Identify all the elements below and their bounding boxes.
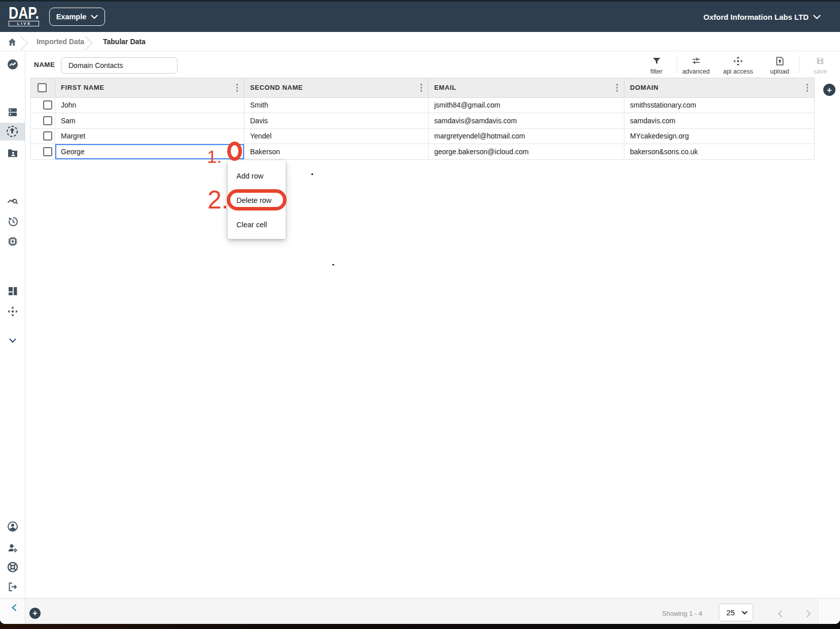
column-menu-icon[interactable] (615, 83, 619, 93)
column-header-domain[interactable]: DOMAIN (624, 78, 815, 98)
previous-page-icon[interactable] (777, 610, 783, 618)
save-label: save (814, 68, 827, 75)
upload-file-icon (775, 56, 785, 66)
data-table: FIRST NAME SECOND NAME EMAIL DOMAIN John… (30, 78, 815, 160)
name-label: NAME (34, 51, 55, 78)
cell-first-name[interactable]: John (55, 97, 244, 113)
select-all-checkbox[interactable] (38, 83, 47, 92)
folder-user-icon[interactable] (7, 147, 19, 159)
home-icon[interactable] (7, 37, 18, 48)
cell-email[interactable]: jsmith84@gmail.com (429, 97, 624, 113)
save-icon (815, 56, 825, 66)
chevron-down-icon (91, 15, 98, 19)
cell-email[interactable]: samdavis@samdavis.com (429, 113, 624, 129)
cell-domain[interactable]: samdavis.com (624, 113, 815, 129)
app-window: DAP. LIVE Example Oxford Information Lab… (0, 0, 840, 624)
advanced-sliders-icon (691, 56, 702, 66)
breadcrumb: Imported Data Tabular Data (0, 32, 840, 51)
chevron-down-icon[interactable] (7, 334, 19, 346)
cell-domain[interactable]: bakerson&sons.co.uk (624, 144, 815, 160)
advanced-label: advanced (682, 68, 710, 75)
upload-data-icon[interactable] (6, 125, 19, 138)
table-name-input[interactable] (61, 57, 178, 74)
column-header-second-name[interactable]: SECOND NAME (244, 78, 429, 98)
page-size-value: 25 (726, 608, 735, 617)
cell-second-name[interactable]: Smith (244, 97, 429, 113)
cell-second-name[interactable]: Yendel (244, 128, 429, 144)
api-access-label: api access (723, 68, 753, 75)
context-menu-add-row[interactable]: Add row (228, 164, 286, 188)
filter-button[interactable]: filter (637, 56, 676, 75)
cell-email[interactable]: margretyendel@hotmail.com (429, 128, 624, 144)
breadcrumb-imported-data[interactable]: Imported Data (37, 32, 84, 51)
save-button[interactable]: save (801, 56, 839, 75)
footer-sidebar-cell (0, 599, 25, 624)
table-row: George Bakerson george.bakerson@icloud.c… (31, 144, 815, 160)
row-checkbox[interactable] (43, 147, 52, 156)
chevron-down-icon (813, 15, 821, 19)
context-menu-clear-cell[interactable]: Clear cell (228, 213, 286, 237)
pagination-summary: Showing 1 - 4 (662, 610, 703, 617)
filter-icon (651, 56, 662, 66)
support-icon[interactable] (7, 561, 19, 573)
top-bar: DAP. LIVE Example Oxford Information Lab… (0, 0, 840, 32)
cell-domain[interactable]: smithsstationary.com (624, 97, 815, 113)
row-checkbox-cell (31, 128, 55, 144)
upload-button[interactable]: upload (760, 56, 799, 75)
workspace-dropdown-button[interactable]: Example (49, 8, 105, 26)
analytics-icon[interactable] (7, 58, 19, 71)
collapse-sidebar-icon[interactable] (11, 604, 17, 611)
table-row: John Smith jsmith84@gmail.com smithsstat… (31, 97, 815, 113)
footer-right-cell (818, 599, 840, 624)
stray-dot (311, 173, 313, 175)
column-menu-icon[interactable] (235, 83, 239, 93)
column-header-first-name[interactable]: FIRST NAME (55, 78, 244, 98)
memory-icon[interactable] (7, 235, 19, 248)
dns-icon[interactable] (7, 106, 19, 118)
filter-label: filter (650, 68, 662, 75)
logout-icon[interactable] (7, 581, 19, 593)
column-menu-icon[interactable] (806, 83, 810, 93)
trend-search-icon[interactable] (7, 195, 19, 207)
add-column-button[interactable]: + (823, 84, 835, 96)
context-menu-delete-row[interactable]: Delete row (228, 188, 286, 213)
add-row-button[interactable]: + (29, 608, 41, 619)
row-checkbox[interactable] (43, 100, 52, 110)
dap-live-logo[interactable]: DAP. LIVE (9, 6, 48, 26)
row-checkbox-cell (31, 97, 55, 113)
context-menu: Add row Delete row Clear cell (228, 160, 286, 239)
table-row: Sam Davis samdavis@samdavis.com samdavis… (31, 113, 815, 129)
column-header-label: EMAIL (434, 84, 456, 91)
row-checkbox-cell (31, 113, 55, 129)
footer-bar (0, 598, 840, 624)
upload-label: upload (770, 68, 789, 75)
select-all-checkbox-cell (31, 78, 55, 98)
organization-name: Oxford Information Labs LTD (704, 13, 809, 21)
cell-first-name-selected[interactable]: George (55, 144, 244, 160)
column-header-email[interactable]: EMAIL (429, 78, 624, 98)
cell-first-name[interactable]: Margret (55, 128, 244, 144)
row-checkbox[interactable] (43, 116, 52, 125)
account-icon[interactable] (7, 520, 19, 533)
advanced-button[interactable]: advanced (677, 56, 715, 75)
api-access-button[interactable]: api access (719, 56, 757, 75)
dashboard-icon[interactable] (7, 285, 19, 297)
stray-dot (332, 264, 334, 265)
cell-second-name[interactable]: Davis (244, 113, 429, 129)
column-menu-icon[interactable] (419, 83, 424, 93)
move-arrows-icon[interactable] (7, 305, 19, 318)
cell-second-name[interactable]: Bakerson (244, 144, 429, 160)
toolbar-divider (799, 56, 799, 74)
next-page-icon[interactable] (806, 610, 812, 618)
page-size-select[interactable]: 25 (719, 604, 753, 621)
chevron-down-icon (742, 611, 748, 615)
cell-domain[interactable]: MYcakedesign.org (624, 128, 815, 144)
api-access-icon (732, 56, 744, 66)
manage-accounts-icon[interactable] (7, 542, 19, 554)
row-checkbox[interactable] (43, 131, 52, 141)
cell-email[interactable]: george.bakerson@icloud.com (429, 144, 624, 160)
cell-first-name[interactable]: Sam (55, 113, 244, 129)
organization-dropdown[interactable]: Oxford Information Labs LTD (704, 2, 821, 32)
history-icon[interactable] (7, 216, 19, 228)
breadcrumb-tabular-data[interactable]: Tabular Data (103, 32, 146, 51)
